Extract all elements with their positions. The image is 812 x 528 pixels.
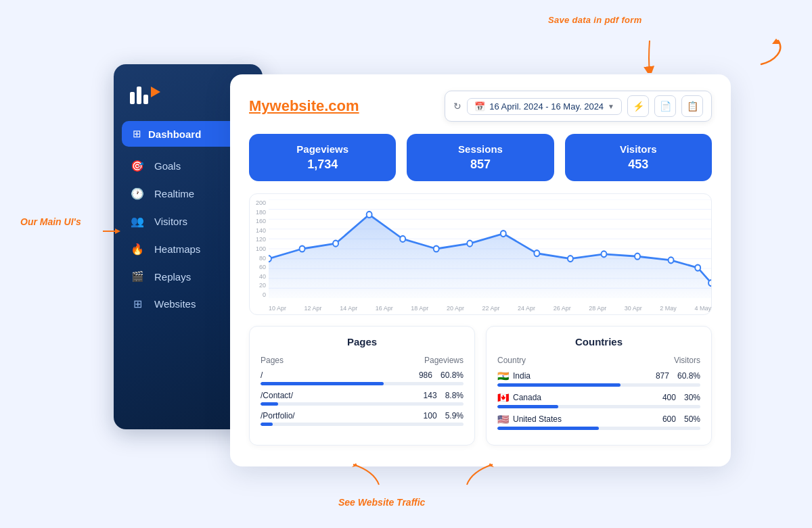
realtime-label: Realtime (154, 188, 194, 199)
country-percent-2: 50% (684, 414, 700, 424)
stat-sessions-value: 857 (420, 158, 540, 172)
goals-label: Goals (154, 160, 181, 172)
countries-table-card: Countries Country Visitors 🇮🇳 India 877 … (486, 326, 712, 446)
main-dashboard-card: Mywebsite.com ↻ 📅 16 April. 2024 - 16 Ma… (230, 74, 731, 466)
svg-point-13 (367, 212, 372, 218)
site-title[interactable]: Mywebsite.com (249, 97, 359, 115)
country-row-0: 🇮🇳 India 877 60.8% (497, 370, 700, 387)
country-name-2: United States (513, 414, 658, 424)
svg-point-20 (601, 251, 606, 257)
chart-x-axis: 10 Apr 12 Apr 14 Apr 16 Apr 18 Apr 20 Ap… (269, 305, 711, 312)
filter-button[interactable]: ⚡ (627, 95, 649, 117)
pages-row-1: /Contact/ 143 8.8% (261, 391, 464, 406)
filter-icon: ⚡ (633, 101, 644, 112)
x-label-11: 2 May (660, 305, 677, 312)
x-label-0: 10 Apr (269, 305, 286, 312)
export-csv-button[interactable]: 📄 (654, 95, 676, 117)
country-row-2: 🇺🇸 United States 600 50% (497, 414, 700, 430)
websites-icon: ⊞ (130, 297, 145, 310)
svg-point-19 (568, 256, 573, 262)
websites-label: Websites (154, 298, 196, 310)
flag-canada: 🇨🇦 (497, 392, 509, 403)
svg-point-22 (669, 257, 674, 263)
chart-y-axis: 200 180 160 140 120 100 80 60 40 20 0 (250, 199, 269, 298)
stat-pageviews-label: Pageviews (263, 143, 382, 155)
pages-col1-header: Pages (261, 356, 284, 365)
pages-table-header: Pages Pageviews (261, 356, 464, 365)
y-label-140: 140 (250, 227, 269, 234)
pdf-icon: 📋 (687, 101, 698, 112)
pages-progress-bg-2 (261, 423, 464, 426)
svg-point-10 (269, 256, 271, 262)
x-label-1: 12 Apr (304, 305, 322, 312)
country-progress-fill-1 (497, 405, 558, 408)
pages-progress-fill-1 (261, 402, 278, 406)
country-progress-bg-1 (497, 405, 700, 408)
y-label-20: 20 (250, 282, 269, 289)
y-label-100: 100 (250, 245, 269, 252)
country-visitors-2: 600 (662, 414, 676, 424)
page-percent-0: 60.8% (441, 370, 464, 380)
export-pdf-button[interactable]: 📋 (681, 95, 703, 117)
x-label-12: 4 May (694, 305, 711, 312)
pages-progress-bg-1 (261, 402, 464, 406)
logo-icon (130, 83, 160, 107)
svg-point-23 (695, 265, 700, 271)
country-row-1: 🇨🇦 Canada 400 30% (497, 392, 700, 408)
country-percent-0: 60.8% (677, 371, 700, 381)
y-label-40: 40 (250, 273, 269, 280)
svg-point-17 (501, 231, 506, 237)
x-label-8: 26 Apr (554, 305, 571, 312)
top-bar: Mywebsite.com ↻ 📅 16 April. 2024 - 16 Ma… (249, 91, 712, 122)
replays-icon: 🎬 (130, 270, 145, 283)
heatmaps-label: Heatmaps (154, 243, 200, 255)
refresh-icon[interactable]: ↻ (453, 101, 461, 112)
annotation-curl-arrow (754, 37, 788, 71)
country-name-0: India (513, 371, 652, 381)
country-progress-bg-0 (497, 383, 700, 387)
flag-us: 🇺🇸 (497, 414, 509, 425)
page-name-1: /Contact/ (261, 391, 293, 400)
heatmaps-icon: 🔥 (130, 243, 145, 256)
x-label-9: 28 Apr (589, 305, 606, 312)
page-views-0: 986 (419, 370, 432, 380)
page-name-2: /Portfolio/ (261, 411, 295, 421)
annotation-save-data: Save data in pdf form (548, 15, 642, 25)
y-label-60: 60 (250, 264, 269, 270)
date-bar: ↻ 📅 16 April. 2024 - 16 May. 2024 ▼ ⚡ 📄 … (445, 91, 712, 122)
countries-col1-header: Country (497, 356, 526, 365)
pages-row-0: / 986 60.8% (261, 370, 464, 385)
stat-visitors-label: Visitors (579, 143, 698, 155)
pageviews-chart: 200 180 160 140 120 100 80 60 40 20 0 (249, 193, 712, 315)
stats-row: Pageviews 1,734 Sessions 857 Visitors 45… (249, 134, 712, 181)
country-progress-bg-2 (497, 427, 700, 430)
replays-label: Replays (154, 271, 191, 283)
pages-progress-bg-0 (261, 382, 464, 385)
svg-point-21 (635, 254, 640, 260)
y-label-120: 120 (250, 236, 269, 243)
visitors-label: Visitors (154, 216, 187, 227)
page-percent-1: 8.8% (445, 391, 464, 400)
x-label-10: 30 Apr (625, 305, 642, 312)
x-label-6: 22 Apr (482, 305, 499, 312)
stat-sessions: Sessions 857 (407, 134, 554, 181)
stat-sessions-label: Sessions (420, 143, 540, 155)
stat-pageviews-value: 1,734 (263, 158, 382, 172)
stat-visitors: Visitors 453 (565, 134, 712, 181)
pages-col2-header: Pageviews (424, 356, 464, 365)
x-label-3: 16 Apr (376, 305, 393, 312)
visitors-icon: 👥 (130, 215, 145, 228)
chart-svg-container (269, 199, 711, 298)
page-name-0: / (261, 370, 263, 380)
date-range-picker[interactable]: 📅 16 April. 2024 - 16 May. 2024 ▼ (467, 98, 622, 115)
svg-marker-28 (772, 39, 780, 44)
realtime-icon: 🕐 (130, 187, 145, 200)
country-visitors-1: 400 (662, 393, 676, 402)
svg-point-15 (434, 246, 439, 252)
svg-point-12 (333, 241, 338, 247)
annotation-website-traffic: See Website Traffic (338, 497, 425, 508)
line-chart-svg (269, 199, 711, 298)
csv-icon: 📄 (660, 101, 671, 112)
pages-row-2: /Portfolio/ 100 5.9% (261, 411, 464, 426)
pages-progress-fill-0 (261, 382, 384, 385)
